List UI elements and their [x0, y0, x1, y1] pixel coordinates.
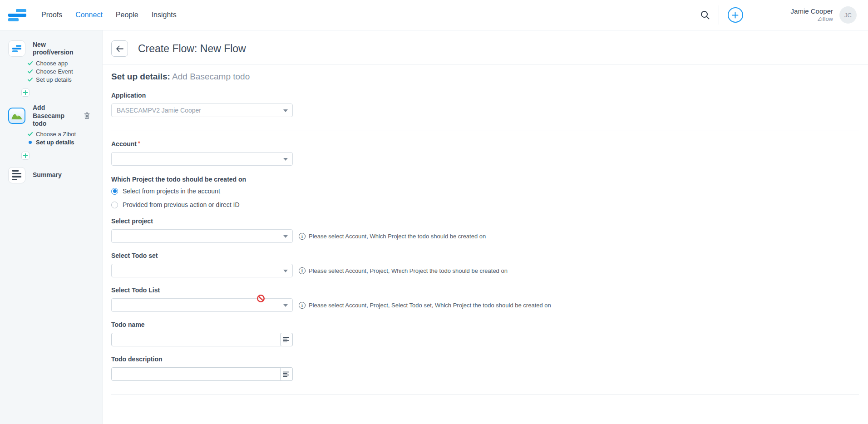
step-substeps: Choose a Zibot Set up details	[27, 130, 102, 147]
substep-label: Set up details	[36, 76, 72, 83]
basecamp-step-icon[interactable]	[8, 108, 25, 124]
substep-label: Choose app	[36, 60, 68, 67]
main-nav: Proofs Connect People Insights	[41, 11, 177, 19]
back-button[interactable]	[111, 40, 128, 57]
insert-merge-field-button[interactable]	[280, 367, 293, 381]
insert-merge-field-button[interactable]	[280, 333, 293, 346]
check-icon	[27, 69, 33, 74]
summary-step-icon[interactable]	[8, 167, 25, 183]
main-content: Create Flow: New Flow Set up details: Ad…	[103, 30, 868, 424]
substep-setup-details-1[interactable]: Set up details	[27, 75, 102, 84]
radio-label: Select from projects in the account	[123, 187, 220, 195]
arrow-left-icon	[116, 45, 123, 52]
chevron-down-icon	[283, 304, 288, 307]
text-lines-icon	[283, 337, 290, 342]
page-title: Create Flow: New Flow	[138, 43, 246, 55]
select-project-hint: i Please select Account, Which Project t…	[299, 233, 486, 240]
substep-label: Choose Event	[36, 68, 73, 75]
step-title: Summary	[33, 171, 62, 179]
chevron-down-icon	[283, 109, 288, 112]
select-project-select[interactable]	[111, 229, 293, 243]
ziflow-logo-icon[interactable]	[8, 9, 26, 21]
select-todo-list-label: Select Todo List	[111, 286, 859, 294]
page-title-prefix: Create Flow:	[138, 43, 197, 54]
user-meta: Jamie Cooper Ziflow	[791, 7, 833, 23]
basecamp-logo-icon	[10, 109, 23, 122]
step-title: New proof/version	[33, 41, 78, 57]
todo-name-label: Todo name	[111, 321, 859, 328]
check-icon	[27, 61, 33, 65]
section-title: Set up details: Add Basecamp todo	[111, 72, 859, 82]
step-title: Add Basecamp todo	[33, 104, 78, 128]
user-name: Jamie Cooper	[791, 7, 833, 16]
top-nav: Proofs Connect People Insights Jamie Coo…	[0, 0, 868, 30]
info-icon: i	[299, 302, 306, 309]
substep-choose-event[interactable]: Choose Event	[27, 67, 102, 75]
hint-text: Please select Account, Which Project the…	[309, 233, 486, 240]
substep-setup-details-2[interactable]: Set up details	[27, 138, 102, 147]
summary-lines-icon	[12, 170, 21, 180]
substep-label: Set up details	[36, 139, 74, 146]
add-step-button-2[interactable]	[21, 152, 30, 160]
user-org: Ziflow	[791, 15, 833, 23]
select-todo-set-row: i Please select Account, Project, Which …	[111, 264, 859, 277]
avatar[interactable]: JC	[839, 6, 857, 24]
chevron-down-icon	[283, 235, 288, 238]
ziflow-step-icon[interactable]	[8, 40, 25, 57]
select-project-row: i Please select Account, Which Project t…	[111, 229, 859, 243]
create-new-button[interactable]	[728, 7, 743, 23]
not-allowed-cursor-icon	[256, 294, 265, 305]
nav-people[interactable]: People	[116, 11, 138, 19]
radio-off-icon[interactable]	[111, 202, 118, 208]
application-select[interactable]: BASECAMPV2 Jamie Cooper	[111, 104, 293, 117]
step-summary[interactable]: Summary	[8, 167, 102, 183]
select-todo-list-hint: i Please select Account, Project, Select…	[299, 302, 551, 309]
radio-provided-from-previous[interactable]: Provided from previous action or direct …	[111, 201, 859, 208]
search-icon[interactable]	[700, 10, 710, 20]
account-label: Account*	[111, 140, 859, 148]
nav-connect[interactable]: Connect	[75, 11, 103, 19]
delete-step-icon[interactable]	[84, 112, 90, 119]
current-step-dot-icon	[27, 141, 33, 144]
select-todo-list-select[interactable]	[111, 298, 293, 312]
todo-name-input[interactable]	[111, 333, 293, 346]
nav-right: Jamie Cooper Ziflow JC	[700, 5, 868, 25]
select-todo-set-hint: i Please select Account, Project, Which …	[299, 267, 508, 274]
step-new-proof[interactable]: New proof/version	[8, 40, 102, 57]
substep-choose-zibot[interactable]: Choose a Zibot	[27, 130, 102, 138]
flow-name-editable[interactable]: New Flow	[200, 43, 246, 57]
nav-proofs[interactable]: Proofs	[41, 11, 62, 19]
todo-description-label: Todo description	[111, 355, 859, 363]
account-label-text: Account	[111, 140, 137, 148]
info-icon: i	[299, 267, 306, 274]
step-substeps: Choose app Choose Event Set up details	[27, 59, 102, 84]
info-icon: i	[299, 233, 306, 240]
flow-steps-sidebar: New proof/version Choose app Choose Even…	[0, 30, 103, 424]
select-project-label: Select project	[111, 217, 859, 225]
todo-name-group	[111, 333, 293, 346]
chevron-down-icon	[283, 270, 288, 272]
radio-on-icon[interactable]	[111, 188, 118, 195]
check-icon	[27, 132, 33, 136]
nav-divider	[719, 5, 719, 25]
hint-text: Please select Account, Project, Which Pr…	[309, 267, 508, 274]
add-step-button-1[interactable]	[21, 89, 30, 97]
todo-description-input[interactable]	[111, 367, 293, 381]
step-add-basecamp-todo[interactable]: Add Basecamp todo	[8, 104, 102, 128]
substep-label: Choose a Zibot	[36, 131, 76, 138]
divider	[111, 394, 859, 395]
substep-choose-app[interactable]: Choose app	[27, 59, 102, 67]
text-lines-icon	[283, 371, 290, 377]
select-todo-set-select[interactable]	[111, 264, 293, 277]
application-label: Application	[111, 92, 859, 99]
nav-insights[interactable]: Insights	[152, 11, 177, 19]
radio-select-from-projects[interactable]: Select from projects in the account	[111, 187, 859, 195]
hint-text: Please select Account, Project, Select T…	[309, 302, 551, 309]
application-select-value: BASECAMPV2 Jamie Cooper	[117, 107, 201, 114]
select-todo-set-label: Select Todo set	[111, 252, 859, 259]
section-title-prefix: Set up details:	[111, 72, 170, 81]
account-select[interactable]	[111, 152, 293, 166]
ziflow-mini-logo-icon	[12, 45, 21, 52]
required-asterisk: *	[138, 140, 140, 147]
radio-label: Provided from previous action or direct …	[123, 201, 240, 208]
